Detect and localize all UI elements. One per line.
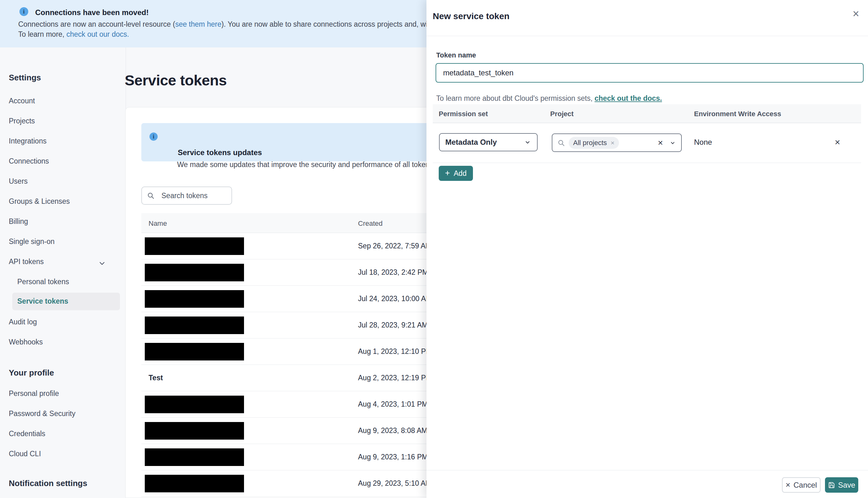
table-row[interactable]: Test Aug 2, 2023, 12:19 PM P xyxy=(141,365,433,391)
token-created: Aug 4, 2023, 1:01 PM P xyxy=(358,400,433,408)
token-created: Jul 24, 2023, 10:00 AM xyxy=(358,294,432,303)
clear-selection-icon[interactable]: × xyxy=(658,139,663,147)
column-header-created: Created xyxy=(358,220,382,228)
page-title: Service tokens xyxy=(125,71,227,89)
table-row[interactable]: Aug 4, 2023, 1:01 PM P xyxy=(141,391,433,418)
plus-icon: + xyxy=(445,169,450,178)
permission-set-value: Metadata Only xyxy=(445,138,524,147)
drawer-header: New service token × xyxy=(426,0,868,36)
info-icon: i xyxy=(19,7,28,16)
search-placeholder: Search tokens xyxy=(161,192,208,200)
sidebar-item-password-security[interactable]: Password & Security xyxy=(9,409,75,418)
redacted-token-name xyxy=(145,343,244,361)
settings-heading: Settings xyxy=(9,73,41,82)
permission-sets-hint: To learn more about dbt Cloud's permissi… xyxy=(436,94,662,103)
sidebar-item-audit-log[interactable]: Audit log xyxy=(9,318,37,326)
token-created: Sep 26, 2022, 7:59 AM P xyxy=(358,242,433,250)
token-created: Aug 29, 2023, 5:10 AM P xyxy=(358,479,433,488)
token-created: Aug 2, 2023, 12:19 PM P xyxy=(358,374,433,382)
sidebar-item-integrations[interactable]: Integrations xyxy=(9,137,47,145)
chevron-down-icon xyxy=(669,140,676,146)
card-banner-title: Service tokens updates xyxy=(178,148,262,157)
redacted-token-name xyxy=(145,290,244,308)
sidebar-item-personal-tokens[interactable]: Personal tokens xyxy=(17,278,69,286)
redacted-token-name xyxy=(145,396,244,413)
sidebar-item-cloud-cli[interactable]: Cloud CLI xyxy=(9,450,41,458)
all-projects-chip[interactable]: All projects × xyxy=(569,137,619,149)
sidebar-item-billing[interactable]: Billing xyxy=(9,217,28,226)
redacted-token-name xyxy=(145,316,244,334)
banner-line2-suffix: ). You are now able to share connections… xyxy=(221,20,427,28)
banner-line2: Connections are now an account-level res… xyxy=(18,20,427,29)
permission-set-select[interactable]: Metadata Only xyxy=(439,133,538,151)
table-row[interactable]: Jul 24, 2023, 10:00 AM xyxy=(141,286,433,312)
column-header-name: Name xyxy=(148,220,167,228)
table-row[interactable]: Aug 9, 2023, 1:16 PM P xyxy=(141,444,433,470)
token-created: Aug 9, 2023, 1:16 PM P xyxy=(358,453,433,461)
connections-moved-banner: i Connections have been moved! Connectio… xyxy=(0,0,427,48)
token-name: Test xyxy=(148,374,163,382)
sidebar-item-personal-profile[interactable]: Personal profile xyxy=(9,389,59,398)
sidebar-item-credentials[interactable]: Credentials xyxy=(9,430,45,438)
token-name-label: Token name xyxy=(436,51,476,60)
chevron-down-icon xyxy=(98,259,106,269)
your-profile-heading: Your profile xyxy=(9,368,54,378)
cancel-button[interactable]: × Cancel xyxy=(782,477,820,493)
service-tokens-card: i Service tokens updates We made some up… xyxy=(125,107,433,498)
see-them-here-link[interactable]: see them here xyxy=(175,20,221,28)
search-input[interactable]: Search tokens xyxy=(141,186,232,205)
search-icon xyxy=(147,192,155,199)
table-row[interactable]: Aug 9, 2023, 8:08 AM P xyxy=(141,418,433,444)
drawer-title: New service token xyxy=(433,11,509,21)
banner-title: Connections have been moved! xyxy=(35,8,148,17)
table-row[interactable]: Jul 28, 2023, 9:21 AM P xyxy=(141,312,433,339)
sidebar-item-webhooks[interactable]: Webhooks xyxy=(9,338,43,346)
hint-text: To learn more about dbt Cloud's permissi… xyxy=(436,94,594,102)
check-out-docs-link[interactable]: check out the docs. xyxy=(594,94,662,102)
environment-write-access-value: None xyxy=(694,133,712,151)
permissions-grid-header: Permission set Project Environment Write… xyxy=(433,104,861,123)
app-root: i Connections have been moved! Connectio… xyxy=(0,0,868,498)
chevron-down-icon xyxy=(524,139,531,146)
token-created: Aug 1, 2023, 12:10 PM P xyxy=(358,347,433,356)
check-docs-link[interactable]: check out our docs. xyxy=(66,30,129,38)
table-row[interactable]: Aug 1, 2023, 12:10 PM P xyxy=(141,339,433,365)
table-header: Name Created xyxy=(141,213,433,233)
token-name-input[interactable] xyxy=(436,63,864,82)
close-icon[interactable]: × xyxy=(853,8,859,19)
search-icon xyxy=(557,139,565,147)
redacted-token-name xyxy=(145,264,244,281)
drawer-footer: × Cancel Save xyxy=(426,470,868,498)
sidebar-item-users[interactable]: Users xyxy=(9,177,28,186)
token-created: Jul 18, 2023, 2:42 PM P xyxy=(358,268,433,277)
save-button[interactable]: Save xyxy=(825,477,858,493)
add-button-label: Add xyxy=(454,169,466,178)
sidebar-item-account[interactable]: Account xyxy=(9,97,35,105)
table-row[interactable]: Aug 29, 2023, 5:10 AM P xyxy=(141,470,433,497)
token-created: Jul 28, 2023, 9:21 AM P xyxy=(358,321,433,329)
sidebar-item-api-tokens[interactable]: API tokens xyxy=(9,258,44,266)
project-combobox[interactable]: All projects × × xyxy=(552,133,682,152)
column-header-environment-write-access: Environment Write Access xyxy=(694,110,781,118)
sidebar-item-single-sign-on[interactable]: Single sign-on xyxy=(9,237,55,246)
chip-label: All projects xyxy=(573,139,607,147)
banner-line2-text: Connections are now an account-level res… xyxy=(18,20,175,28)
chip-remove-icon[interactable]: × xyxy=(611,140,615,146)
table-row[interactable]: Jul 18, 2023, 2:42 PM P xyxy=(141,259,433,286)
sidebar-item-projects[interactable]: Projects xyxy=(9,117,35,125)
cancel-button-label: Cancel xyxy=(793,481,817,489)
close-icon: × xyxy=(786,481,790,489)
add-permission-button[interactable]: + Add xyxy=(439,166,473,181)
remove-row-icon[interactable]: × xyxy=(835,133,840,151)
sidebar-item-connections[interactable]: Connections xyxy=(9,157,49,166)
table-row[interactable]: Sep 26, 2022, 7:59 AM P xyxy=(141,233,433,259)
banner-line3: To learn more, check out our docs. xyxy=(18,30,129,39)
sidebar-item-groups-licenses[interactable]: Groups & Licenses xyxy=(9,197,70,206)
redacted-token-name xyxy=(145,448,244,466)
new-service-token-drawer: New service token × Token name To learn … xyxy=(426,0,868,498)
sidebar-item-service-tokens[interactable]: Service tokens xyxy=(17,297,68,305)
column-header-permission-set: Permission set xyxy=(439,110,488,118)
info-icon: i xyxy=(149,132,158,141)
redacted-token-name xyxy=(145,237,244,255)
banner-line3-text: To learn more, xyxy=(18,30,66,38)
